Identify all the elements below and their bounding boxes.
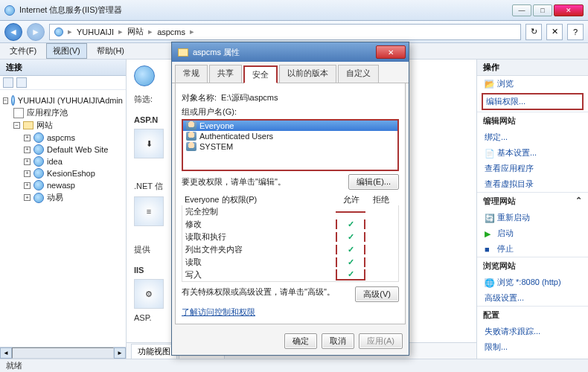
edit-hint: 要更改权限，请单击"编辑"。 [182, 176, 286, 187]
dialog-title: aspcms 属性 [193, 47, 240, 58]
action-restart[interactable]: 🔄重新启动 [477, 210, 588, 225]
apply-button[interactable]: 应用(A) [359, 333, 403, 349]
advanced-button[interactable]: 高级(V) [355, 286, 399, 302]
collapse-icon[interactable]: ⌃ [575, 196, 582, 207]
tree-hscroll[interactable]: ◄► [0, 347, 126, 359]
window-titlebar: Internet 信息服务(IIS)管理器 — □ ✕ [0, 0, 588, 21]
window-title: Internet 信息服务(IIS)管理器 [19, 4, 122, 16]
edit-button[interactable]: 编辑(E)... [348, 174, 399, 190]
crumb-sites[interactable]: 网站 [127, 26, 144, 37]
group-manage-site: 管理网站⌃ [477, 192, 588, 210]
tree-site-aspcms[interactable]: +aspcms [3, 132, 123, 144]
tab-general[interactable]: 常规 [175, 65, 208, 83]
tree-tool-icon[interactable] [3, 77, 13, 88]
tree-root[interactable]: −YUHUAIJI (YUHUAIJI\Admin [3, 94, 123, 106]
tab-custom[interactable]: 自定义 [338, 65, 379, 83]
action-edit-permissions[interactable]: 编辑权限... [482, 93, 584, 110]
tree-site-idea[interactable]: +idea [3, 155, 123, 167]
close-button[interactable]: ✕ [554, 4, 584, 16]
menu-file[interactable]: 文件(F) [3, 43, 43, 59]
crumb-current[interactable]: aspcms [157, 28, 185, 36]
action-view-vdir[interactable]: 查看虚拟目录 [477, 176, 588, 192]
perm-modify: 修改✓ [182, 218, 398, 231]
dialog-close-button[interactable]: ✕ [376, 45, 406, 59]
tab-share[interactable]: 共享 [209, 65, 242, 83]
action-trace[interactable]: 失败请求跟踪... [477, 324, 588, 339]
user-authenticated[interactable]: Authenticated Users [183, 131, 397, 141]
filter-label: 筛选: [134, 94, 153, 103]
tab-previous[interactable]: 以前的版本 [279, 65, 336, 83]
user-everyone[interactable]: Everyone [183, 121, 397, 131]
learn-link[interactable]: 了解访问控制和权限 [182, 307, 255, 316]
user-icon [186, 121, 196, 130]
user-icon [186, 132, 196, 141]
tree-app-pools[interactable]: 应用程序池 [3, 106, 123, 119]
action-advanced[interactable]: 高级设置... [477, 290, 588, 306]
home-icon [54, 28, 63, 36]
perm-list-folder: 列出文件夹内容✓ [182, 243, 398, 256]
users-listbox[interactable]: Everyone Authenticated Users SYSTEM [182, 119, 399, 171]
group-edit-site: 编辑网站 [477, 112, 588, 129]
help-nav-button[interactable]: ? [567, 24, 584, 40]
feature-icon[interactable]: ⬇ [134, 129, 164, 158]
actions-header: 操作 [477, 60, 588, 76]
perm-read-execute: 读取和执行✓ [182, 231, 398, 243]
col-allow: 允许 [336, 194, 366, 205]
tree-tool-icon[interactable] [16, 77, 27, 88]
forward-button[interactable]: ► [27, 23, 45, 41]
crumb-host[interactable]: YUHUAIJI [77, 28, 114, 36]
action-browse[interactable]: 📂浏览 [477, 76, 588, 92]
tree-site-dongyi[interactable]: +动易 [3, 191, 123, 204]
ok-button[interactable]: 确定 [284, 333, 317, 349]
back-button[interactable]: ◄ [4, 23, 22, 41]
tree-site-default[interactable]: +Default Web Site [3, 144, 123, 155]
folder-icon [178, 48, 188, 57]
user-icon [186, 142, 196, 151]
special-hint: 有关特殊权限或高级设置，请单击"高级"。 [182, 286, 351, 298]
perm-read: 读取✓ [182, 256, 398, 269]
site-large-icon [134, 65, 155, 86]
tree-site-kesion[interactable]: +KesionEshop [3, 167, 123, 179]
tree: −YUHUAIJI (YUHUAIJI\Admin 应用程序池 −网站 +asp… [0, 90, 126, 347]
menu-help[interactable]: 帮助(H) [90, 43, 131, 59]
status-bar: 就绪 [0, 359, 588, 372]
user-system[interactable]: SYSTEM [183, 141, 397, 152]
groups-label: 组或用户名(G): [182, 106, 399, 118]
connections-header: 连接 [0, 60, 126, 76]
action-browse-8080[interactable]: 🌐浏览 *:8080 (http) [477, 275, 588, 290]
action-ftp[interactable]: 添加 FTP 发布... [477, 355, 588, 359]
action-start[interactable]: ▶启动 [477, 225, 588, 241]
app-icon [4, 5, 15, 16]
tree-sites[interactable]: −网站 [3, 119, 123, 132]
perm-label: Everyone 的权限(P) [185, 194, 336, 205]
refresh-button[interactable]: ↻ [525, 24, 542, 40]
action-view-apps[interactable]: 查看应用程序 [477, 161, 588, 176]
stop-load-button[interactable]: ✕ [546, 24, 563, 40]
cancel-button[interactable]: 取消 [322, 333, 354, 349]
tree-site-newasp[interactable]: +newasp [3, 179, 123, 191]
action-bindings[interactable]: 绑定... [477, 129, 588, 145]
connections-panel: 连接 −YUHUAIJI (YUHUAIJI\Admin 应用程序池 −网站 +… [0, 60, 127, 359]
object-label: 对象名称: [182, 92, 217, 103]
group-browse-site: 浏览网站 [477, 257, 588, 275]
tab-features[interactable]: 功能视图 [131, 344, 177, 359]
group-config: 配置 [477, 306, 588, 324]
menu-view[interactable]: 视图(V) [46, 43, 87, 59]
action-limit[interactable]: 限制... [477, 339, 588, 355]
object-value: E:\源码\aspcms [221, 92, 278, 103]
dialog-titlebar[interactable]: aspcms 属性 ✕ [172, 42, 409, 62]
maximize-button[interactable]: □ [533, 4, 552, 16]
tab-security[interactable]: 安全 [243, 65, 278, 83]
dialog-footer: 确定 取消 应用(A) [172, 327, 409, 355]
breadcrumb[interactable]: ▸ YUHUAIJI ▸ 网站 ▸ aspcms ▸ [49, 24, 521, 40]
properties-dialog: aspcms 属性 ✕ 常规 共享 安全 以前的版本 自定义 对象名称: E:\… [171, 42, 409, 356]
feature-icon[interactable]: ⚙ [134, 279, 164, 309]
feature-icon[interactable]: ≡ [134, 196, 164, 226]
action-basic-settings[interactable]: 📄基本设置... [477, 145, 588, 161]
nav-bar: ◄ ► ▸ YUHUAIJI ▸ 网站 ▸ aspcms ▸ ↻ ✕ ? [0, 21, 588, 43]
actions-panel: 操作 📂浏览 编辑权限... 编辑网站 绑定... 📄基本设置... 查看应用程… [476, 60, 588, 359]
action-stop[interactable]: ■停止 [477, 241, 588, 257]
permissions-list: 完全控制 修改✓ 读取和执行✓ 列出文件夹内容✓ 读取✓ 写入✓ [182, 205, 399, 282]
minimize-button[interactable]: — [512, 4, 531, 16]
dialog-body: 对象名称: E:\源码\aspcms 组或用户名(G): Everyone Au… [175, 83, 406, 324]
